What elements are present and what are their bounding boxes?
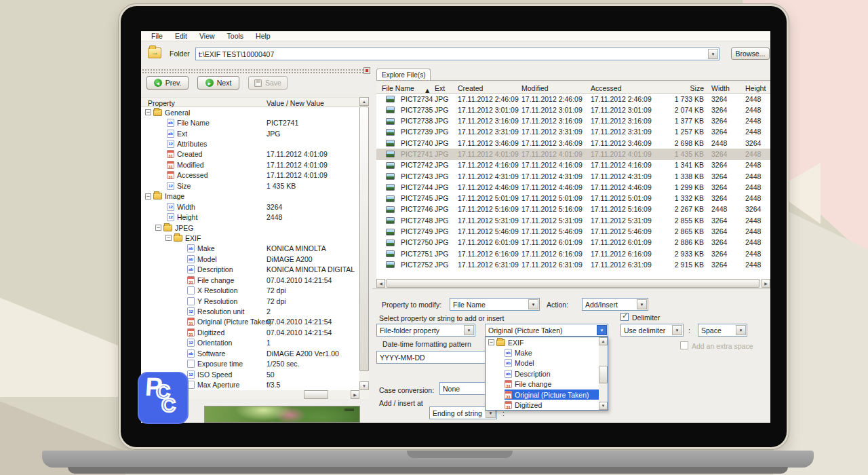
expander-minus-icon[interactable]	[165, 235, 172, 241]
col-width[interactable]: Width	[711, 84, 730, 92]
tab-explore-files[interactable]: Explore File(s)	[376, 69, 431, 81]
column-value[interactable]: Value / New Value	[267, 99, 324, 107]
use-delimiter-combobox[interactable]: Use delimiter ▼	[620, 324, 684, 337]
tree-row[interactable]: Modified17.11.2012 4:01:09	[141, 159, 359, 170]
expander-minus-icon[interactable]	[155, 225, 161, 231]
tree-row[interactable]: X Resolution72 dpi	[141, 285, 359, 295]
file-row[interactable]: PICT2742JPG17.11.2012 4:16:0917.11.2012 …	[376, 160, 770, 171]
col-ext[interactable]: Ext	[435, 84, 445, 92]
tree-row[interactable]: Exposure time1/250 sec.	[141, 359, 359, 369]
menu-file[interactable]: File	[145, 32, 169, 40]
scroll-right-icon[interactable]: ▶	[351, 390, 359, 399]
col-file-name[interactable]: File Name	[382, 84, 414, 92]
tree-row[interactable]: Attributes	[141, 138, 359, 149]
action-combobox[interactable]: Add/Insert ▼	[582, 298, 648, 311]
file-table-hscrollbar[interactable]: ◀ ▶	[376, 279, 770, 288]
delimiter-char-combobox[interactable]: Space ▼	[698, 324, 747, 337]
file-row[interactable]: PICT2740JPG17.11.2012 3:46:0917.11.2012 …	[376, 138, 770, 149]
panel-grip-bar[interactable]	[141, 68, 369, 74]
col-created[interactable]: Created	[458, 84, 483, 92]
scroll-down-icon[interactable]: ▼	[359, 381, 369, 390]
expander-minus-icon[interactable]	[145, 109, 151, 115]
tree-row[interactable]: Orientation1	[141, 338, 359, 348]
tree-vscrollbar[interactable]: ▲ ▼	[359, 97, 369, 390]
save-button[interactable]: Save	[248, 76, 288, 90]
col-height[interactable]: Height	[745, 84, 766, 92]
tree-row[interactable]: ExtJPG	[141, 128, 359, 138]
delimiter-checkbox[interactable]	[620, 313, 629, 321]
scroll-down-icon[interactable]: ▼	[599, 402, 608, 410]
file-row[interactable]: PICT2751JPG17.11.2012 6:16:0917.11.2012 …	[376, 248, 770, 259]
dropdown-item[interactable]: Model	[486, 358, 608, 368]
tree-row[interactable]: General	[141, 107, 359, 117]
tree-row[interactable]: Resolution unit2	[141, 306, 359, 316]
scroll-left-icon[interactable]: ◀	[376, 279, 385, 288]
tree-vscroll-thumb[interactable]	[359, 107, 369, 371]
browse-button[interactable]: Browse...	[731, 48, 770, 60]
file-row[interactable]: PICT2741JPG17.11.2012 4:01:0917.11.2012 …	[376, 149, 770, 159]
dropdown-item[interactable]: Description	[486, 368, 608, 379]
file-row[interactable]: PICT2750JPG17.11.2012 6:01:0917.11.2012 …	[376, 238, 770, 248]
tree-row[interactable]: Created17.11.2012 4:01:09	[141, 149, 359, 159]
panel-pin-icon[interactable]	[363, 67, 370, 74]
dropdown-item[interactable]: Make	[486, 347, 608, 358]
tree-row[interactable]: File change07.04.2010 14:21:54	[141, 275, 359, 285]
chevron-down-icon[interactable]: ▼	[736, 325, 746, 335]
tree-row[interactable]: Accessed17.11.2012 4:01:09	[141, 170, 359, 180]
tree-row[interactable]: SoftwareDiMAGE A200 Ver1.00	[141, 348, 359, 358]
tree-row[interactable]: Height2448	[141, 212, 359, 222]
dropdown-vscrollbar[interactable]: ▲ ▼	[599, 337, 608, 410]
expander-minus-icon[interactable]	[488, 339, 494, 345]
dropdown-vscroll-thumb[interactable]	[599, 366, 608, 383]
scroll-right-icon[interactable]: ▶	[762, 279, 770, 288]
tree-row[interactable]: File NamePICT2741	[141, 117, 359, 128]
chevron-down-icon[interactable]: ▼	[672, 325, 682, 335]
col-modified[interactable]: Modified	[521, 84, 549, 92]
file-row[interactable]: PICT2734JPG17.11.2012 2:46:0917.11.2012 …	[376, 94, 770, 104]
tree-row[interactable]: Image	[141, 191, 359, 202]
expander-minus-icon[interactable]	[145, 193, 151, 200]
column-property[interactable]: Property	[148, 99, 175, 107]
tree-hscroll-thumb[interactable]	[304, 390, 328, 399]
chevron-down-icon[interactable]: ▼	[528, 299, 538, 309]
file-table-hscroll-thumb[interactable]	[387, 279, 760, 288]
file-row[interactable]: PICT2749JPG17.11.2012 5:46:0917.11.2012 …	[376, 227, 770, 238]
tree-row[interactable]: EXIF	[141, 233, 359, 243]
chevron-down-icon[interactable]: ▼	[597, 325, 607, 335]
menu-help[interactable]: Help	[250, 32, 277, 40]
file-row[interactable]: PICT2752JPG17.11.2012 6:31:0917.11.2012 …	[376, 259, 770, 270]
scroll-up-icon[interactable]: ▲	[359, 97, 369, 106]
file-row[interactable]: PICT2744JPG17.11.2012 4:46:0917.11.2012 …	[376, 182, 770, 193]
pattern-input[interactable]: YYYY-MM-DD	[376, 351, 486, 364]
property-select-combobox[interactable]: Original (Picture Taken) ▼	[485, 324, 608, 337]
file-row[interactable]: PICT2743JPG17.11.2012 4:31:0917.11.2012 …	[376, 171, 770, 182]
col-accessed[interactable]: Accessed	[591, 84, 622, 92]
chevron-down-icon[interactable]: ▼	[637, 299, 647, 309]
dropdown-item[interactable]: File change	[486, 379, 608, 390]
chevron-down-icon[interactable]: ▼	[464, 325, 474, 335]
tree-row[interactable]: Width3264	[141, 202, 359, 212]
file-row[interactable]: PICT2748JPG17.11.2012 5:31:0917.11.2012 …	[376, 215, 770, 226]
photo-preview-thumbnail[interactable]	[204, 406, 360, 423]
menu-edit[interactable]: Edit	[169, 32, 193, 40]
tree-row[interactable]: Original (Picture Taken)07.04.2010 14:21…	[141, 317, 359, 327]
file-row[interactable]: PICT2746JPG17.11.2012 5:16:0917.11.2012 …	[376, 204, 770, 215]
tree-row[interactable]: DescriptionKONICA MINOLTA DIGITAL	[141, 265, 359, 275]
tree-row[interactable]: MakeKONICA MINOLTA	[141, 244, 359, 254]
dropdown-item[interactable]: EXIF	[486, 337, 608, 347]
file-row[interactable]: PICT2739JPG17.11.2012 3:31:0917.11.2012 …	[376, 127, 770, 138]
property-to-modify-combobox[interactable]: File Name ▼	[450, 298, 540, 311]
file-row[interactable]: PICT2738JPG17.11.2012 3:16:0917.11.2012 …	[376, 116, 770, 127]
extra-space-checkbox[interactable]	[680, 341, 688, 349]
folder-path-combobox[interactable]: t:\EXIF TEST\10000407 ▼	[195, 48, 719, 60]
tree-row[interactable]: JPEG	[141, 223, 359, 233]
col-size[interactable]: Size	[648, 84, 704, 92]
tree-row[interactable]: Digitized07.04.2010 14:21:54	[141, 327, 359, 337]
scroll-up-icon[interactable]: ▲	[599, 337, 608, 345]
source-type-combobox[interactable]: File-folder property ▼	[376, 324, 475, 337]
tree-row[interactable]: Y Resolution72 dpi	[141, 296, 359, 306]
dropdown-item[interactable]: Original (Picture Taken)	[486, 390, 608, 400]
next-button[interactable]: ▶ Next	[197, 76, 239, 90]
open-folder-icon[interactable]	[148, 48, 161, 58]
chevron-down-icon[interactable]: ▼	[708, 49, 718, 59]
